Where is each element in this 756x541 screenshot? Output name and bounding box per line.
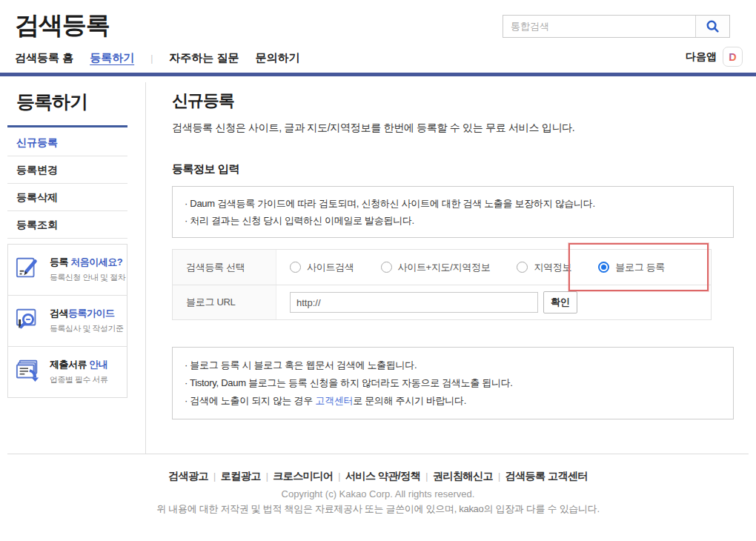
footer: 검색광고|로컬광고|크로스미디어|서비스 약관/정책|권리침해신고|검색등록 고… [0,454,756,516]
confirm-button[interactable]: 확인 [543,291,577,313]
nav-item-contact[interactable]: 문의하기 [255,51,299,65]
daum-app[interactable]: 다음앱 D [686,47,743,67]
info-line: · 검색에 노출이 되지 않는 경우 고객센터로 문의해 주시기 바랍니다. [185,392,721,410]
footer-link-rights-report[interactable]: 권리침해신고 [433,470,493,482]
radio-icon[interactable] [381,262,392,273]
promo-subtitle: 업종별 필수 서류 [50,374,108,386]
footer-link-local-ad[interactable]: 로컬광고 [221,470,261,482]
footer-disclaimer: 위 내용에 대한 저작권 및 법적 책임은 자료제공사 또는 글쓴이에 있으며,… [0,502,756,516]
radio-icon[interactable] [290,262,301,273]
footer-link-search-ad[interactable]: 검색광고 [168,470,208,482]
magnifier-document-icon [14,307,42,335]
sidebar-item-delete-registration[interactable]: 등록삭제 [7,184,127,211]
form-table: 검색등록 선택 사이트검색 사이트+지도/지역정보 [172,249,712,320]
radio-option-region-info[interactable]: 지역정보 [517,261,571,274]
promo-subtitle: 등록신청 안내 및 절차 [50,271,125,284]
nav-item-register[interactable]: 등록하기 [90,51,134,65]
form-row-type-select: 검색등록 선택 사이트검색 사이트+지도/지역정보 [173,250,711,285]
info-box: · 블로그 등록 시 블로그 혹은 웹문서 검색에 노출됩니다. · Tisto… [172,347,734,419]
radio-option-site-search[interactable]: 사이트검색 [290,261,354,274]
daum-app-label: 다음앱 [686,50,717,64]
sidebar: 등록하기 신규등록 등록변경 등록삭제 등록조회 [7,76,127,398]
footer-link-cross-media[interactable]: 크로스미디어 [273,470,333,482]
sidebar-item-new-registration[interactable]: 신규등록 [7,129,127,156]
url-field-area: 확인 [276,291,711,313]
radio-option-site-map-region[interactable]: 사이트+지도/지역정보 [381,261,491,274]
footer-copyright: Copyright (c) Kakao Corp. All rights res… [0,488,756,499]
promo-first-time[interactable]: 등록 처음이세요? 등록신청 안내 및 절차 [8,245,127,295]
form-label: 블로그 URL [173,285,276,319]
main-content: 신규등록 검색등록 신청은 사이트, 글과 지도/지역정보를 한번에 등록할 수… [172,76,734,419]
footer-link-customer-center[interactable]: 검색등록 고객센터 [505,470,588,482]
sidebar-item-change-registration[interactable]: 등록변경 [7,156,127,184]
promo-title: 제출서류 안내 [50,358,108,371]
radio-option-blog-register[interactable]: 블로그 등록 [598,261,665,274]
page-description: 검색등록 신청은 사이트, 글과 지도/지역정보를 한번에 등록할 수 있는 무… [172,122,734,135]
footer-links: 검색광고|로컬광고|크로스미디어|서비스 약관/정책|권리침해신고|검색등록 고… [0,470,756,483]
section-title: 등록정보 입력 [172,162,734,176]
search-button[interactable] [695,16,729,37]
promo-subtitle: 등록심사 및 작성기준 [50,322,124,335]
daum-app-icon[interactable]: D [723,47,743,67]
content-body: 등록하기 신규등록 등록변경 등록삭제 등록조회 [7,76,749,454]
info-line: · 블로그 등록 시 블로그 혹은 웹문서 검색에 노출됩니다. [185,356,721,374]
radio-group: 사이트검색 사이트+지도/지역정보 지역정보 [276,261,711,274]
sidebar-item-check-registration[interactable]: 등록조회 [7,211,127,239]
form-row-blog-url: 블로그 URL 확인 [173,285,711,319]
sidebar-accent-bar [7,125,127,127]
notice-box: · Daum 검색등록 가이드에 따라 검토되며, 신청하신 사이트에 대한 검… [172,186,734,238]
radio-icon-checked[interactable] [598,262,609,273]
promo-text: 등록 처음이세요? 등록신청 안내 및 절차 [50,256,125,284]
vertical-divider [145,82,146,454]
nav-separator: | [150,53,153,64]
documents-arrow-icon [14,358,42,386]
promo-title: 등록 처음이세요? [50,256,125,268]
form-label: 검색등록 선택 [173,250,276,285]
nav-item-faq[interactable]: 자주하는 질문 [169,51,239,65]
search-box [503,15,730,38]
sidebar-promo-stack: 등록 처음이세요? 등록신청 안내 및 절차 [7,244,127,398]
sidebar-title: 등록하기 [7,76,127,114]
promo-text: 제출서류 안내 업종별 필수 서류 [50,358,108,386]
page-title: 신규등록 [172,90,734,112]
sidebar-menu: 신규등록 등록변경 등록삭제 등록조회 [7,129,127,239]
blog-url-input[interactable] [290,292,538,313]
registration-form: 검색등록 선택 사이트검색 사이트+지도/지역정보 [172,249,712,320]
nav-item-home[interactable]: 검색등록 홈 [15,51,73,65]
notice-line: · Daum 검색등록 가이드에 따라 검토되며, 신청하신 사이트에 대한 검… [185,195,721,212]
radio-icon[interactable] [517,262,528,273]
header: 검색등록 검색등록 홈 등록하기 | 자주하는 질문 문의하기 다음앱 [0,0,756,76]
svg-text:D: D [729,51,736,63]
search-input[interactable] [503,16,695,37]
customer-center-link[interactable]: 고객센터 [315,395,353,406]
page: 검색등록 검색등록 홈 등록하기 | 자주하는 질문 문의하기 다음앱 [0,0,756,541]
pencil-document-icon [14,256,42,284]
promo-text: 검색등록가이드 등록심사 및 작성기준 [50,307,124,335]
info-line: · Tistory, Daum 블로그는 등록 신청을 하지 않더라도 자동으로… [185,374,721,392]
notice-line: · 처리 결과는 신청 당시 입력하신 이메일로 발송됩니다. [185,212,721,229]
promo-guide[interactable]: 검색등록가이드 등록심사 및 작성기준 [8,295,127,346]
main-nav: 검색등록 홈 등록하기 | 자주하는 질문 문의하기 [15,51,299,65]
service-logo[interactable]: 검색등록 [15,9,110,42]
footer-link-terms-policy[interactable]: 서비스 약관/정책 [345,470,420,482]
search-icon [706,19,720,33]
promo-documents[interactable]: 제출서류 안내 업종별 필수 서류 [8,346,127,397]
promo-title: 검색등록가이드 [50,307,124,319]
